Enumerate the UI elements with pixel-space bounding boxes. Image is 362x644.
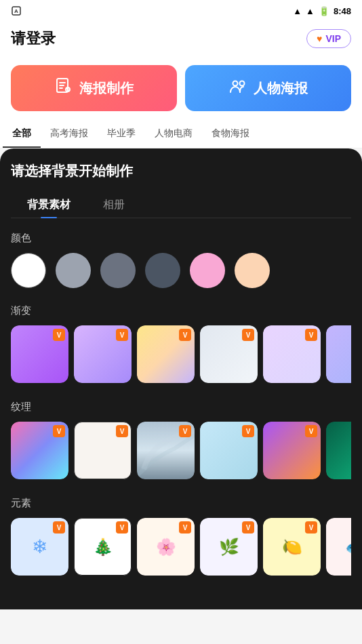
element-item-6[interactable]: 🐟 V [326, 518, 351, 576]
status-app-icon: A [11, 5, 22, 17]
vip-badge-t4: V [242, 425, 254, 437]
vip-badge-2: V [116, 329, 128, 341]
vip-heart-icon: ♥ [317, 33, 322, 44]
element-item-3[interactable]: 🌸 V [137, 518, 195, 576]
cat-tab-gaokao[interactable]: 高考海报 [41, 121, 98, 148]
vip-badge-t5: V [305, 425, 317, 437]
color-row [11, 253, 351, 291]
element-section-label: 元素 [11, 497, 351, 510]
cat-tab-food[interactable]: 食物海报 [202, 121, 259, 148]
gradient-item-3[interactable]: V [137, 325, 195, 383]
element-item-5[interactable]: 🍋 V [263, 518, 321, 576]
vip-button[interactable]: ♥ VIP [306, 29, 351, 48]
color-gray-light[interactable] [56, 253, 91, 288]
vip-badge-e3: V [179, 521, 191, 534]
color-gray-mid[interactable] [100, 253, 136, 288]
texture-section-label: 纹理 [11, 401, 351, 414]
vip-badge-e5: V [305, 521, 317, 534]
gradient-item-5[interactable]: V [263, 325, 321, 383]
vip-badge-3: V [179, 329, 191, 341]
vip-label: VIP [325, 33, 341, 44]
texture-item-3[interactable]: V [137, 422, 195, 479]
texture-item-6[interactable]: V [326, 422, 351, 479]
element-item-2[interactable]: 🎄 V [74, 518, 132, 576]
wifi-icon: ▲ [293, 6, 302, 16]
gradient-item-4[interactable]: V [200, 325, 258, 383]
header-title: 请登录 [11, 28, 56, 49]
time-display: 8:48 [334, 6, 351, 16]
status-right-icons: ▲ ▲ 🔋 8:48 [293, 6, 351, 16]
person-poster-label: 人物海报 [254, 79, 308, 98]
texture-item-1[interactable]: V [11, 422, 68, 479]
battery-icon: 🔋 [319, 6, 329, 16]
poster-label: 海报制作 [79, 79, 134, 98]
vip-badge-e1: V [53, 521, 65, 534]
person-icon [229, 77, 247, 99]
texture-item-2[interactable]: V [74, 422, 132, 479]
texture-item-4[interactable]: V [200, 422, 258, 479]
person-poster-button[interactable]: 人物海报 [185, 65, 351, 111]
vip-badge-e4: V [242, 521, 254, 534]
sub-tab-album[interactable]: 相册 [87, 193, 141, 218]
cat-tab-graduation[interactable]: 毕业季 [98, 121, 145, 148]
vip-badge-t1: V [53, 425, 65, 437]
poster-button[interactable]: 海报制作 [11, 65, 177, 111]
gradient-item-2[interactable]: V [74, 325, 132, 383]
vip-badge-t3: V [179, 425, 191, 437]
status-bar: A ▲ ▲ 🔋 8:48 [0, 0, 362, 22]
main-buttons-container: 海报制作 人物海报 [0, 58, 362, 121]
element-item-4[interactable]: 🌿 V [200, 518, 258, 576]
vip-badge-e2: V [116, 521, 128, 534]
color-peach[interactable] [235, 253, 270, 288]
vip-badge-5: V [305, 329, 317, 341]
svg-point-4 [233, 81, 237, 86]
category-tabs: 全部 高考海报 毕业季 人物电商 食物海报 [0, 121, 362, 148]
header: 请登录 ♥ VIP [0, 22, 362, 58]
vip-badge-t2: V [116, 425, 128, 437]
poster-icon [55, 77, 73, 99]
gradient-row: V V V V V V [11, 325, 351, 386]
svg-point-5 [239, 81, 244, 86]
element-row: ❄ V 🎄 V 🌸 V 🌿 V 🍋 [11, 518, 351, 578]
overlay-panel: 请选择背景开始制作 背景素材 相册 颜色 渐变 V V V V [0, 148, 362, 609]
gradient-section-label: 渐变 [11, 304, 351, 317]
cat-tab-all[interactable]: 全部 [3, 121, 41, 148]
signal-icon: ▲ [306, 6, 315, 16]
texture-item-5[interactable]: V [263, 422, 321, 479]
vip-badge-4: V [242, 329, 254, 341]
gradient-item-6[interactable]: V [326, 325, 351, 383]
vip-badge-1: V [53, 329, 65, 341]
color-section-label: 颜色 [11, 232, 351, 245]
svg-text:A: A [14, 8, 18, 14]
color-pink[interactable] [190, 253, 225, 288]
element-item-1[interactable]: ❄ V [11, 518, 68, 576]
color-white[interactable] [11, 253, 46, 288]
gradient-item-1[interactable]: V [11, 325, 68, 383]
sub-tab-background[interactable]: 背景素材 [11, 193, 87, 218]
sub-tabs: 背景素材 相册 [11, 193, 351, 218]
overlay-title: 请选择背景开始制作 [11, 162, 351, 180]
color-gray-dark[interactable] [145, 253, 180, 288]
texture-row: V V V V V V [11, 422, 351, 482]
cat-tab-person-ecom[interactable]: 人物电商 [145, 121, 202, 148]
